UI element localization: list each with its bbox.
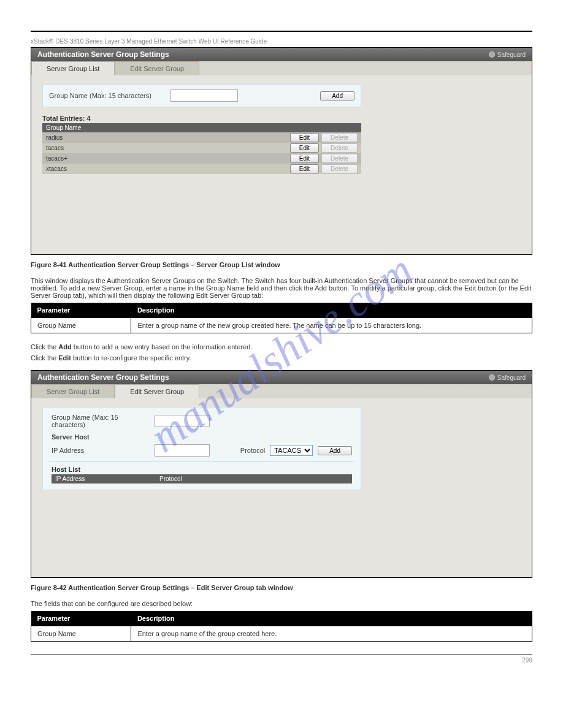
figure1-caption: Figure 8-41 Authentication Server Group … [31,261,280,268]
paragraph: This window displays the Authentication … [31,277,532,299]
figure2-caption: Figure 8-42 Authentication Server Group … [31,584,293,591]
desc-header: Description [131,611,532,626]
edit-button[interactable]: Edit [290,143,319,153]
panel-server-group-list: Authentication Server Group Settings Saf… [31,47,532,255]
host-list-label: Host List [52,466,352,473]
group-name-cell: xtacacs [46,165,288,172]
host-header-ip: IP Address [55,476,159,482]
safeguard-icon [489,374,495,381]
protocol-label: Protocol [240,447,265,454]
param-cell: Group Name [31,626,131,642]
safeguard-icon [489,51,495,58]
total-entries-value: 4 [87,115,91,122]
table-row: xtacacs Edit Delete [42,164,361,174]
delete-button: Delete [321,164,358,173]
grid-header-group-name: Group Name [42,123,361,132]
param-header: Parameter [31,303,131,318]
safeguard-badge: Safeguard [489,51,526,58]
table-row: tacacs+ Edit Delete [42,153,361,164]
group-name-input[interactable] [170,89,238,102]
panel-edit-server-group: Authentication Server Group Settings Saf… [31,370,532,578]
add-button[interactable]: Add [318,446,352,455]
panel2-title: Authentication Server Group Settings [37,373,169,382]
param-cell: Group Name [31,318,131,333]
safeguard-label: Safeguard [497,51,526,58]
desc-cell: Enter a group name of the new group crea… [131,318,532,333]
delete-button: Delete [321,143,358,153]
host-list-header: IP Address Protocol [52,474,352,483]
safeguard-label: Safeguard [497,374,526,381]
delete-button: Delete [321,154,358,163]
safeguard-badge: Safeguard [489,374,526,381]
tab-edit-server-group[interactable]: Edit Server Group [115,384,199,398]
group-name-cell: tacacs+ [46,155,288,162]
ip-address-label: IP Address [52,447,150,454]
parameters-table-1: Parameter Description Group Name Enter a… [31,303,532,333]
edit-button[interactable]: Edit [290,133,319,142]
protocol-select[interactable]: TACACS [270,445,313,456]
tab-server-group-list[interactable]: Server Group List [31,61,115,75]
group-name-cell: tacacs [46,145,288,151]
delete-button: Delete [321,133,358,142]
edit-button[interactable]: Edit [290,164,319,173]
page-number: 299 [522,657,532,664]
desc-header: Description [131,303,532,318]
tab-server-group-list[interactable]: Server Group List [31,384,115,398]
desc-cell: Enter a group name of the group created … [131,626,532,642]
ip-address-input[interactable] [155,444,210,457]
paragraph: The fields that can be configured are de… [31,600,532,607]
group-name-label: Group Name (Max: 15 characters) [52,414,150,428]
host-header-protocol: Protocol [159,476,182,482]
add-button[interactable]: Add [320,91,354,100]
total-entries-label: Total Entries: [42,115,85,122]
parameters-table-2: Parameter Description Group Name Enter a… [31,611,532,642]
table-row: radius Edit Delete [42,132,361,143]
edit-button[interactable]: Edit [290,154,319,163]
panel1-title: Authentication Server Group Settings [37,50,169,59]
group-name-cell: radius [46,134,288,141]
group-name-label: Group Name (Max: 15 characters) [49,92,166,99]
table-row: tacacs Edit Delete [42,143,361,153]
tab-edit-server-group[interactable]: Edit Server Group [115,61,199,75]
instruction-add: Click the Add button to add a new entry … [31,343,532,351]
server-host-label: Server Host [52,433,352,441]
group-name-input[interactable] [155,415,210,427]
doc-header: xStack® DES-3810 Series Layer 3 Managed … [31,38,532,45]
instruction-edit: Click the Edit button to re-configure th… [31,354,532,362]
param-header: Parameter [31,611,131,626]
